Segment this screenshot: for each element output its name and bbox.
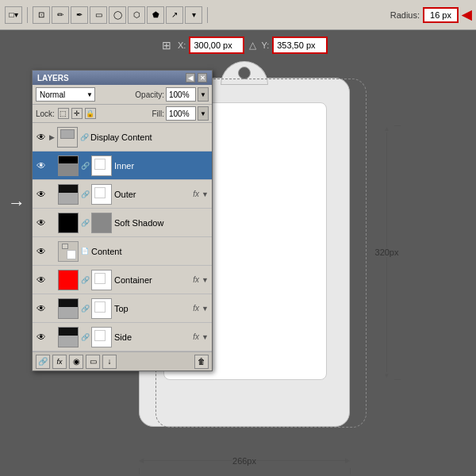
- panel-titlebar: LAYERS ◀ ✕: [33, 71, 212, 85]
- blend-opacity-row: Normal ▼ Opacity: 100% ▼: [33, 85, 212, 105]
- layer-row-soft-shadow[interactable]: 👁 🔗 Soft Shadow: [33, 209, 212, 237]
- tool-btn-pen[interactable]: ✒: [71, 6, 88, 24]
- thumb-side-box: [94, 330, 106, 341]
- dim-line-right: ▲ 320px ▼: [377, 125, 397, 379]
- grid-icon: ⊞: [159, 37, 175, 53]
- separator-2: [207, 7, 208, 23]
- x-coord-input[interactable]: 300,00 px: [189, 36, 244, 54]
- radius-arrow: ◀: [462, 7, 471, 22]
- panel-title: LAYERS: [37, 74, 69, 83]
- tool-btn-line[interactable]: ↗: [166, 6, 183, 24]
- toolbar: □▾ ⊡ ✏ ✒ ▭ ◯ ⬡ ⬟ ↗ ▾ Radius: 16 px ◀: [0, 0, 476, 30]
- layer-name-side: Side: [114, 332, 190, 342]
- layer-row-outer[interactable]: 👁 🔗 Outer fx ▼: [33, 180, 212, 209]
- canvas-area: ⊞ X: 300,00 px △ Y: 353,50 px ▲ 320px ▼: [0, 30, 476, 476]
- layer-thumb-side-right: [91, 327, 112, 347]
- expand-arrow-side[interactable]: ▼: [202, 333, 209, 341]
- visibility-eye-soft-shadow[interactable]: 👁: [36, 217, 47, 228]
- link-layers-btn[interactable]: 🔗: [36, 355, 50, 369]
- layer-name-soft-shadow: Soft Shadow: [114, 218, 209, 228]
- link-icon-top: 🔗: [81, 303, 89, 314]
- link-icon-inner: 🔗: [81, 160, 89, 171]
- delta-icon: △: [249, 40, 256, 51]
- x-label: X:: [178, 40, 186, 50]
- fill-arrow-btn[interactable]: ▼: [198, 106, 209, 121]
- expand-arrow-display-content[interactable]: ▶: [49, 133, 55, 141]
- layer-thumb-inner-right: [91, 155, 112, 176]
- tool-btn-rect[interactable]: ▭: [90, 6, 107, 24]
- blend-arrow: ▼: [86, 91, 93, 98]
- fill-input[interactable]: 100%: [166, 106, 196, 121]
- fx-badge-outer: fx: [193, 190, 199, 198]
- visibility-eye-container[interactable]: 👁: [36, 274, 47, 286]
- thumb-inner-box: [94, 159, 106, 170]
- lock-move-btn[interactable]: ✛: [71, 108, 83, 119]
- visibility-eye-outer[interactable]: 👁: [36, 189, 47, 200]
- tool-btn-more[interactable]: ▾: [185, 6, 202, 24]
- blend-mode-select[interactable]: Normal ▼: [36, 87, 95, 102]
- tool-btn-select[interactable]: □▾: [5, 6, 22, 24]
- layer-name-content: Content: [91, 247, 209, 256]
- expand-arrow-top[interactable]: ▼: [202, 305, 209, 313]
- layer-name-outer: Outer: [114, 190, 190, 199]
- tool-btn-hex[interactable]: ⬡: [128, 6, 145, 24]
- radius-group: Radius: 16 px ◀: [390, 7, 471, 23]
- opacity-arrow-btn[interactable]: ▼: [198, 87, 209, 102]
- add-mask-btn[interactable]: ◉: [69, 355, 83, 369]
- tool-group-shapes: ⊡ ✏ ✒ ▭ ◯ ⬡ ⬟ ↗ ▾: [33, 6, 202, 24]
- dim-line-bottom: ◀ 266px ▶: [139, 451, 350, 470]
- layer-thumb-top-right: [91, 298, 112, 319]
- radius-input[interactable]: 16 px: [423, 7, 459, 23]
- new-group-btn[interactable]: ▭: [86, 355, 100, 369]
- tool-btn-poly[interactable]: ⬟: [147, 6, 164, 24]
- layer-row-display-content[interactable]: 👁 ▶ 🔗 Display Content: [33, 123, 212, 152]
- layer-thumb-outer-left: [58, 184, 79, 205]
- layer-name-container: Container: [114, 275, 190, 285]
- tool-btn-ellipse[interactable]: ◯: [109, 6, 126, 24]
- layer-thumb-soft-shadow-right: [91, 213, 112, 233]
- link-icon-outer: 🔗: [81, 189, 89, 200]
- tool-btn-rect-select[interactable]: ⊡: [33, 6, 50, 24]
- link-icon-soft-shadow: 🔗: [81, 217, 89, 228]
- panel-collapse-btn[interactable]: ◀: [186, 73, 195, 83]
- layer-row-inner[interactable]: 👁 🔗 Inner: [33, 152, 212, 180]
- layer-name-display-content: Display Content: [90, 132, 209, 142]
- add-fx-btn[interactable]: fx: [52, 355, 67, 369]
- fill-label: Fill:: [152, 109, 164, 118]
- layer-row-side[interactable]: 👁 🔗 Side fx ▼: [33, 323, 212, 351]
- visibility-eye-top[interactable]: 👁: [36, 303, 47, 314]
- visibility-eye-display-content[interactable]: 👁: [36, 132, 47, 143]
- expand-arrow-outer[interactable]: ▼: [202, 190, 209, 198]
- layer-name-inner: Inner: [114, 161, 209, 171]
- layer-thumb-side-left: [58, 327, 79, 347]
- layer-thumb-outer-right: [91, 184, 112, 205]
- y-coord-input[interactable]: 353,50 px: [272, 36, 328, 54]
- thumb-container-box: [94, 273, 106, 284]
- opacity-group: Opacity: 100% ▼: [135, 87, 209, 102]
- opacity-input[interactable]: 100%: [166, 87, 196, 102]
- radius-label: Radius:: [390, 10, 420, 20]
- new-layer-btn[interactable]: ↓: [102, 355, 117, 369]
- tool-btn-lasso[interactable]: ✏: [52, 6, 69, 24]
- expand-arrow-container[interactable]: ▼: [202, 276, 209, 284]
- layer-row-container[interactable]: 👁 🔗 Container fx ▼: [33, 266, 212, 294]
- lock-transparent-btn[interactable]: ⬚: [58, 108, 69, 119]
- y-label: Y:: [261, 40, 269, 50]
- visibility-eye-side[interactable]: 👁: [36, 332, 47, 343]
- delete-layer-btn[interactable]: 🗑: [194, 355, 209, 369]
- link-icon-content: 📄: [81, 246, 89, 257]
- separator-1: [27, 7, 28, 23]
- panel-close-btn[interactable]: ✕: [198, 73, 207, 83]
- layer-row-top[interactable]: 👁 🔗 Top fx ▼: [33, 294, 212, 323]
- panel-bottom-bar: 🔗 fx ◉ ▭ ↓ 🗑: [33, 351, 212, 370]
- layer-thumb-top-left: [58, 298, 79, 319]
- link-icon-container: 🔗: [81, 274, 89, 286]
- lock-all-btn[interactable]: 🔒: [85, 108, 96, 119]
- coord-bar: ⊞ X: 300,00 px △ Y: 353,50 px: [159, 36, 468, 54]
- visibility-eye-inner[interactable]: 👁: [36, 160, 47, 171]
- layers-list: 👁 ▶ 🔗 Display Content 👁 🔗 Inne: [33, 123, 212, 351]
- layer-row-content[interactable]: 👁 📄 Content: [33, 237, 212, 266]
- layer-thumb-display-content: [57, 127, 78, 148]
- visibility-eye-content[interactable]: 👁: [36, 246, 47, 257]
- link-icon-display-content: 🔗: [80, 132, 88, 143]
